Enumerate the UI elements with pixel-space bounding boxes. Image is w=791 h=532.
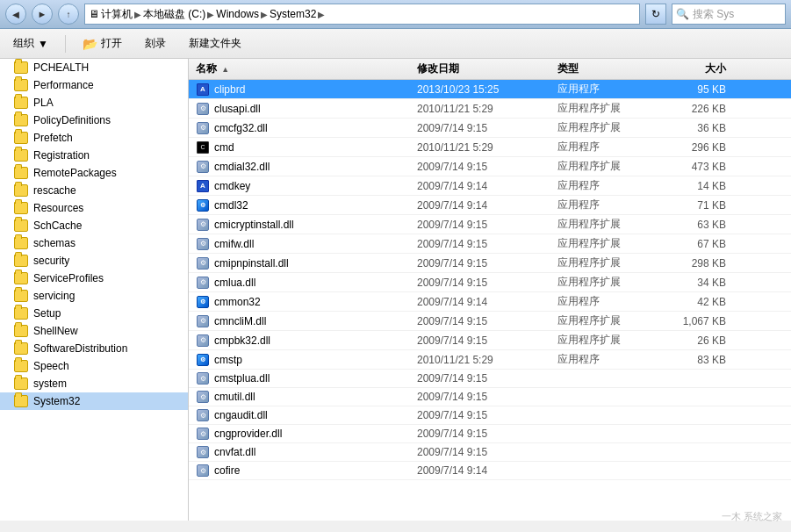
sidebar-item-schcache[interactable]: SchCache: [0, 217, 188, 234]
sidebar-item-setup[interactable]: Setup: [0, 305, 188, 322]
table-row[interactable]: ⚙cngprovider.dll2009/7/14 9:15: [189, 425, 791, 443]
file-rows-container: Aclipbrd2013/10/23 15:25应用程序95 KB⚙clusap…: [189, 80, 791, 480]
file-type-cell: 应用程序扩展: [557, 275, 663, 290]
table-row[interactable]: ⚙clusapi.dll2010/11/21 5:29应用程序扩展226 KB: [189, 99, 791, 119]
sidebar-item-softwaredistribution[interactable]: SoftwareDistribution: [0, 340, 188, 357]
file-icon-dll: ⚙: [196, 256, 210, 270]
sidebar-item-system32[interactable]: System32: [0, 392, 188, 410]
sidebar-item-serviceprofiles[interactable]: ServiceProfiles: [0, 270, 188, 287]
address-drive[interactable]: 本地磁盘 (C:): [143, 7, 205, 22]
address-windows[interactable]: Windows: [216, 8, 259, 20]
sort-arrow-name: ▲: [221, 65, 229, 74]
back-button[interactable]: ◄: [5, 4, 26, 25]
sidebar-item-servicing[interactable]: servicing: [0, 287, 188, 305]
folder-icon: [14, 184, 28, 197]
table-row[interactable]: ⚙cmlua.dll2009/7/14 9:15应用程序扩展34 KB: [189, 273, 791, 292]
burn-button[interactable]: 刻录: [139, 32, 172, 54]
title-bar: ◄ ► ↑ 🖥 计算机 ▶ 本地磁盘 (C:) ▶ Windows ▶ Syst…: [0, 0, 791, 29]
file-name-cell: ⚙cmutil.dll: [189, 390, 417, 404]
file-icon-exe: ⚙: [196, 353, 210, 367]
address-arrow-1: ▶: [134, 10, 141, 19]
table-row[interactable]: ⚙cofire2009/7/14 9:14: [189, 462, 791, 480]
folder-icon: [14, 149, 28, 162]
file-icon-dll: ⚙: [196, 408, 210, 422]
table-row[interactable]: ⚙cmncliM.dll2009/7/14 9:15应用程序扩展1,067 KB: [189, 312, 791, 331]
address-arrow-4: ▶: [318, 10, 325, 19]
sidebar-item-remotepackages[interactable]: RemotePackages: [0, 164, 188, 182]
search-box[interactable]: 🔍 搜索 Sys: [672, 4, 786, 25]
sidebar-item-policydefinitions[interactable]: PolicyDefinitions: [0, 111, 188, 129]
sidebar-item-schemas[interactable]: schemas: [0, 234, 188, 252]
file-name: cmd: [214, 141, 234, 154]
table-row[interactable]: ⚙cmstplua.dll2009/7/14 9:15: [189, 370, 791, 388]
table-row[interactable]: ⚙cmstp2010/11/21 5:29应用程序83 KB: [189, 350, 791, 370]
file-size-cell: 71 KB: [663, 199, 733, 212]
file-icon-dll: ⚙: [196, 371, 210, 385]
table-row[interactable]: ⚙cmdial32.dll2009/7/14 9:15应用程序扩展473 KB: [189, 157, 791, 176]
sidebar-item-shellnew[interactable]: ShellNew: [0, 322, 188, 340]
address-system32[interactable]: System32: [270, 8, 316, 20]
file-list[interactable]: 名称 ▲ 修改日期 类型 大小 Aclipbrd2013/10/23 15:25…: [189, 59, 791, 521]
sidebar-item-rescache[interactable]: rescache: [0, 182, 188, 199]
sidebar-item-speech[interactable]: Speech: [0, 357, 188, 375]
col-header-name[interactable]: 名称 ▲: [189, 61, 417, 76]
sidebar-item-label: SchCache: [33, 219, 82, 232]
file-icon-dll: ⚙: [196, 464, 210, 478]
address-bar[interactable]: 🖥 计算机 ▶ 本地磁盘 (C:) ▶ Windows ▶ System32 ▶: [84, 4, 640, 25]
refresh-button[interactable]: ↻: [645, 4, 666, 25]
file-icon-exe: ⚙: [196, 295, 210, 309]
sidebar-item-performance[interactable]: Performance: [0, 76, 188, 94]
file-type-cell: 应用程序扩展: [557, 217, 663, 232]
sidebar-item-resources[interactable]: Resources: [0, 199, 188, 217]
file-icon-dll: ⚙: [196, 276, 210, 290]
address-computer[interactable]: 🖥 计算机: [89, 7, 133, 22]
file-name-cell: ⚙cngaudit.dll: [189, 408, 417, 422]
file-name-cell: ⚙cmmon32: [189, 295, 417, 309]
file-size-cell: 296 KB: [663, 141, 733, 154]
sidebar-item-registration[interactable]: Registration: [0, 147, 188, 164]
table-row[interactable]: ⚙cnvfat.dll2009/7/14 9:15: [189, 443, 791, 462]
file-date-cell: 2009/7/14 9:15: [417, 219, 557, 231]
table-row[interactable]: ⚙cmicryptinstall.dll2009/7/14 9:15应用程序扩展…: [189, 215, 791, 234]
table-row[interactable]: Acmdkey2009/7/14 9:14应用程序14 KB: [189, 176, 791, 196]
new-folder-button[interactable]: 新建文件夹: [183, 32, 248, 54]
table-row[interactable]: Aclipbrd2013/10/23 15:25应用程序95 KB: [189, 80, 791, 99]
forward-button[interactable]: ►: [32, 4, 53, 25]
table-row[interactable]: Ccmd2010/11/21 5:29应用程序296 KB: [189, 138, 791, 157]
folder-icon: [14, 255, 28, 267]
file-date-cell: 2013/10/23 15:25: [417, 83, 557, 96]
sidebar-item-label: servicing: [33, 290, 75, 302]
file-name-cell: ⚙cofire: [189, 464, 417, 478]
organize-button[interactable]: 组织 ▼: [7, 32, 54, 54]
folder-icon: [14, 237, 28, 249]
table-row[interactable]: ⚙cmdl322009/7/14 9:14应用程序71 KB: [189, 196, 791, 215]
table-row[interactable]: ⚙cmifw.dll2009/7/14 9:15应用程序扩展67 KB: [189, 234, 791, 254]
up-button[interactable]: ↑: [58, 4, 79, 25]
file-icon-exe: ⚙: [196, 198, 210, 212]
open-button[interactable]: 📂 打开: [76, 32, 128, 54]
file-size-cell: 42 KB: [663, 296, 733, 308]
file-name: clipbrd: [214, 83, 245, 96]
table-row[interactable]: ⚙cmipnpinstall.dll2009/7/14 9:15应用程序扩展29…: [189, 254, 791, 273]
file-size-cell: 36 KB: [663, 122, 733, 134]
sidebar-item-pla[interactable]: PLA: [0, 94, 188, 111]
table-row[interactable]: ⚙cngaudit.dll2009/7/14 9:15: [189, 406, 791, 425]
sidebar-item-security[interactable]: security: [0, 252, 188, 270]
col-header-type[interactable]: 类型: [557, 61, 663, 76]
sidebar-item-prefetch[interactable]: Prefetch: [0, 129, 188, 147]
file-name-cell: ⚙cmdl32: [189, 198, 417, 212]
folder-icon: [14, 360, 28, 372]
table-row[interactable]: ⚙cmcfg32.dll2009/7/14 9:15应用程序扩展36 KB: [189, 119, 791, 138]
table-row[interactable]: ⚙cmmon322009/7/14 9:14应用程序42 KB: [189, 292, 791, 312]
table-row[interactable]: ⚙cmutil.dll2009/7/14 9:15: [189, 388, 791, 406]
col-header-size[interactable]: 大小: [663, 61, 733, 76]
file-name-cell: ⚙cmicryptinstall.dll: [189, 218, 417, 232]
open-icon: 📂: [83, 37, 97, 51]
col-header-date[interactable]: 修改日期: [417, 61, 557, 76]
sidebar-item-system[interactable]: system: [0, 375, 188, 392]
sidebar[interactable]: PCHEALTHPerformancePLAPolicyDefinitionsP…: [0, 59, 189, 521]
table-row[interactable]: ⚙cmpbk32.dll2009/7/14 9:15应用程序扩展26 KB: [189, 331, 791, 350]
sidebar-item-pchealth[interactable]: PCHEALTH: [0, 59, 188, 76]
file-name-cell: ⚙cmcfg32.dll: [189, 121, 417, 135]
file-icon-dll: ⚙: [196, 237, 210, 251]
